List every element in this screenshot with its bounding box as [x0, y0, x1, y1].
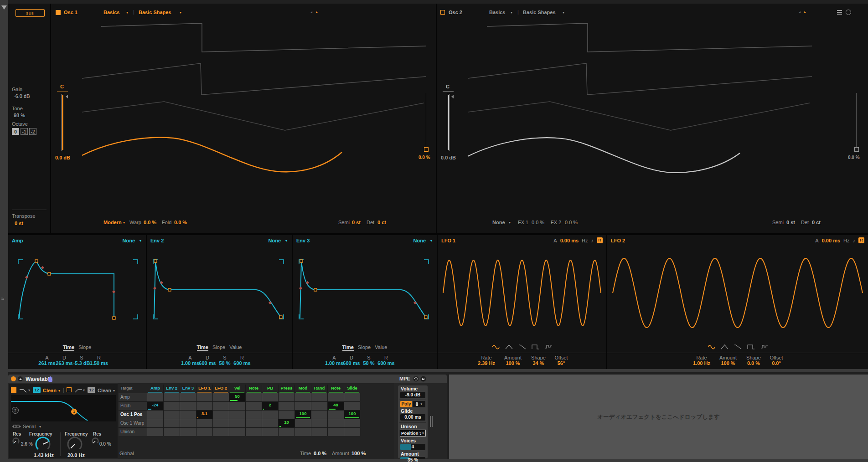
- matrix-cell[interactable]: [311, 411, 327, 419]
- filter2-slope-badge[interactable]: 12: [88, 387, 95, 393]
- chevron-down-icon[interactable]: ▾: [509, 221, 511, 225]
- env2-display[interactable]: [147, 246, 292, 342]
- matrix-column-lfo-2[interactable]: LFO 2: [213, 385, 229, 393]
- amp-env-display[interactable]: [8, 246, 146, 342]
- matrix-cell[interactable]: [246, 411, 262, 419]
- env2-mod-select[interactable]: None: [269, 238, 281, 243]
- square-shape-icon[interactable]: [532, 344, 539, 349]
- matrix-cell[interactable]: [213, 428, 229, 436]
- matrix-cell[interactable]: [279, 411, 294, 419]
- glide-field[interactable]: 0.00 ms: [400, 414, 425, 421]
- audio-effect-drop-zone[interactable]: オーディオエフェクトをここへドロップします: [449, 375, 868, 459]
- matrix-column-press[interactable]: Press: [279, 385, 294, 393]
- lfo1-retrigger-button[interactable]: R: [597, 237, 603, 243]
- matrix-cell[interactable]: [344, 393, 360, 401]
- filter2-res-knob[interactable]: [91, 437, 99, 445]
- matrix-cell[interactable]: [328, 411, 344, 419]
- tab-time[interactable]: Time: [63, 344, 74, 351]
- osc2-position-slider[interactable]: [856, 93, 857, 150]
- matrix-cell[interactable]: [344, 428, 360, 436]
- matrix-cell[interactable]: [213, 402, 229, 410]
- matrix-cell[interactable]: [180, 411, 196, 419]
- osc2-level-value[interactable]: 0.0 dB: [441, 155, 456, 160]
- filter1-type-lowpass-icon[interactable]: [19, 388, 28, 393]
- filter1-res-value[interactable]: 2.6 %: [21, 441, 33, 447]
- matrix-cell[interactable]: [246, 393, 262, 401]
- slider-handle-icon[interactable]: [451, 95, 454, 98]
- chevron-down-icon[interactable]: ▾: [285, 239, 287, 243]
- matrix-row-pitch[interactable]: Pitch: [119, 402, 147, 410]
- env2-release-value[interactable]: 600 ms: [229, 360, 255, 366]
- device-fold-button[interactable]: [18, 376, 23, 381]
- fx2-value[interactable]: 0.0 %: [565, 220, 578, 225]
- square-shape-icon[interactable]: [747, 344, 755, 349]
- triangle-shape-icon[interactable]: [505, 344, 513, 349]
- sub-gain-value[interactable]: -6.0 dB: [14, 93, 30, 99]
- matrix-cell[interactable]: [246, 402, 262, 410]
- matrix-cell[interactable]: [229, 411, 245, 419]
- sine-shape-icon[interactable]: [708, 344, 715, 349]
- semi-value[interactable]: 0 st: [786, 220, 795, 225]
- osc2-wavetable-display[interactable]: [460, 17, 815, 200]
- chevron-down-icon[interactable]: ▾: [28, 388, 30, 392]
- matrix-cell[interactable]: [295, 402, 311, 410]
- prev-table-icon[interactable]: ◂: [310, 10, 312, 14]
- lfo2-attack-value[interactable]: 0.00 ms: [822, 238, 840, 243]
- sub-tone-value[interactable]: 98 %: [14, 113, 25, 118]
- matrix-cell[interactable]: [262, 393, 278, 401]
- lfo1-attack-value[interactable]: 0.00 ms: [560, 238, 579, 243]
- sine-shape-icon[interactable]: [492, 344, 500, 349]
- device-title-bar[interactable]: Wavetable MPE: [8, 375, 447, 383]
- tab-slope[interactable]: Slope: [358, 344, 371, 351]
- matrix-column-note-pb[interactable]: Note PB: [328, 385, 344, 393]
- matrix-cell[interactable]: [246, 428, 262, 436]
- lfo2-offset-value[interactable]: 0.0°: [763, 360, 790, 366]
- matrix-column-env-3[interactable]: Env 3: [180, 385, 196, 393]
- resize-waves-icon[interactable]: ≈: [1, 295, 4, 302]
- sub-button[interactable]: Sub: [16, 9, 45, 17]
- filter1-freq-value[interactable]: 1.43 kHz: [34, 452, 54, 458]
- osc2-position-value[interactable]: 0.0 %: [848, 155, 860, 160]
- matrix-cell[interactable]: [180, 393, 196, 401]
- collapse-grip-icon[interactable]: [1, 5, 7, 10]
- lfo-sync-note-icon[interactable]: ♪: [853, 238, 856, 243]
- env3-release-value[interactable]: 600 ms: [373, 360, 399, 366]
- matrix-cell[interactable]: [180, 402, 196, 410]
- filter1-freq-knob[interactable]: [35, 436, 51, 452]
- matrix-cell[interactable]: [246, 419, 262, 427]
- prev-table-icon[interactable]: ◂: [799, 10, 801, 14]
- matrix-time-value[interactable]: 0.0 %: [314, 451, 326, 456]
- osc2-activator-checkbox[interactable]: [440, 10, 445, 15]
- tab-slope[interactable]: Slope: [78, 344, 91, 351]
- chevron-down-icon[interactable]: ▾: [83, 388, 85, 392]
- matrix-cell[interactable]: [164, 419, 180, 427]
- matrix-cell[interactable]: [147, 411, 163, 419]
- matrix-cell[interactable]: [311, 428, 327, 436]
- osc2-wavetable-select[interactable]: Basic Shapes: [523, 10, 556, 15]
- matrix-column-slide[interactable]: Slide: [344, 385, 360, 393]
- matrix-cell[interactable]: [328, 393, 344, 401]
- lfo2-amount-value[interactable]: 100 %: [715, 360, 741, 366]
- matrix-cell[interactable]: [213, 411, 229, 419]
- chevron-down-icon[interactable]: ▾: [563, 10, 564, 15]
- osc1-level-value[interactable]: 0.0 dB: [55, 155, 70, 160]
- filter-response-display[interactable]: 2 1: [11, 395, 116, 421]
- matrix-cell[interactable]: [328, 428, 344, 436]
- env3-mod-select[interactable]: None: [413, 238, 426, 243]
- matrix-column-pb[interactable]: PB: [262, 385, 278, 393]
- matrix-cell[interactable]: 10: [279, 419, 294, 427]
- chevron-down-icon[interactable]: ▾: [123, 221, 125, 225]
- osc1-wavetable-select[interactable]: Basic Shapes: [139, 10, 171, 15]
- matrix-column-lfo-1[interactable]: LFO 1: [196, 385, 212, 393]
- poly-voices-dropdown[interactable]: 8▼: [413, 401, 425, 407]
- saw-shape-icon[interactable]: [518, 344, 526, 349]
- tab-value[interactable]: Value: [375, 344, 387, 351]
- matrix-cell[interactable]: [295, 419, 311, 427]
- matrix-cell[interactable]: 2: [262, 402, 278, 410]
- tab-time[interactable]: Time: [197, 344, 208, 351]
- matrix-cell[interactable]: [164, 393, 180, 401]
- matrix-cell[interactable]: [295, 428, 311, 436]
- bottom-scrollbar-strip[interactable]: [8, 459, 868, 462]
- filter1-res-knob[interactable]: [12, 437, 20, 445]
- osc1-position-value[interactable]: 0.0 %: [418, 155, 430, 160]
